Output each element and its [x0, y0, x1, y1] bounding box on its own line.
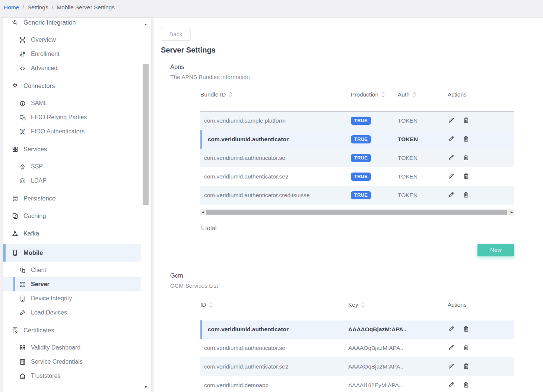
node-tree-icon: [11, 230, 19, 237]
sidebar-item-label: Mobile: [23, 249, 43, 256]
sidebar-item-kafka[interactable]: Kafka: [3, 226, 141, 240]
apns-column-header-production[interactable]: Production: [351, 91, 398, 98]
apns-table-row[interactable]: com.veridiumid.authenticator.creditsuiss…: [200, 186, 514, 205]
gcm-table-row[interactable]: com.veridiumid.authenticator.se2AAAAOqBj…: [200, 357, 514, 376]
person-scan-icon: [19, 128, 26, 135]
gcm-table-row[interactable]: com.veridiumid.demoappAAAAl182EyM:APA..: [200, 376, 514, 392]
delete-button[interactable]: [463, 363, 470, 371]
actions-cell: [444, 325, 514, 333]
column-header-label: Actions: [448, 301, 467, 308]
edit-button[interactable]: [448, 154, 455, 162]
edit-pencil-icon: [448, 135, 455, 143]
sidebar-item-device-integrity[interactable]: Device Integrity: [3, 291, 141, 306]
apns-table-row[interactable]: com.veridiumid.sample.platformTRUETOKEN: [200, 111, 514, 130]
document-lines-icon: [19, 358, 26, 366]
edit-button[interactable]: [448, 191, 455, 199]
sidebar-item-certificates[interactable]: Certificates: [3, 323, 141, 337]
edit-button[interactable]: [448, 325, 455, 333]
sidebar-item-generic-integration[interactable]: Generic Integration: [3, 18, 141, 29]
column-header-label: ID: [200, 301, 206, 308]
apns-column-header-bundle-id[interactable]: Bundle ID: [200, 91, 351, 98]
delete-button[interactable]: [463, 381, 470, 389]
delete-button[interactable]: [463, 154, 470, 162]
column-header-label: Actions: [448, 91, 467, 98]
sidebar-item-load-devices[interactable]: Load Devices: [3, 306, 141, 320]
sidebar-item-truststores[interactable]: Truststores: [3, 369, 141, 383]
bundle-id-cell: com.veridiumid.authenticator.se2: [200, 173, 351, 180]
breadcrumb-home-link[interactable]: Home: [4, 3, 19, 12]
sidebar-item-overview[interactable]: Overview: [3, 33, 141, 47]
code-icon: [19, 64, 26, 72]
edit-pencil-icon: [448, 363, 455, 371]
service-id-cell: com.veridiumid.authenticator: [200, 326, 347, 333]
edit-button[interactable]: [448, 173, 455, 181]
sidebar-item-services[interactable]: Services: [3, 142, 141, 156]
sidebar-item-service-credentials[interactable]: Service Credentials: [3, 355, 141, 369]
production-badge: TRUE: [351, 173, 371, 181]
new-button[interactable]: New: [477, 244, 514, 256]
delete-button[interactable]: [463, 117, 470, 125]
production-badge: TRUE: [351, 117, 371, 125]
edit-pencil-icon: [448, 154, 455, 162]
sidebar-item-mobile[interactable]: Mobile: [3, 244, 141, 262]
row-actions: [448, 325, 514, 333]
sidebar-item-ssp[interactable]: SSP: [3, 159, 141, 174]
edit-button[interactable]: [448, 117, 455, 125]
sidebar-item-connectors[interactable]: Connectors: [3, 79, 141, 93]
edit-button[interactable]: [448, 381, 455, 389]
sidebar-item-fido-relying-parties[interactable]: FIDO Relying Parties: [3, 110, 141, 124]
back-button[interactable]: Back: [161, 28, 191, 41]
sidebar-item-saml[interactable]: SAML: [3, 96, 141, 110]
gcm-table-row[interactable]: com.veridiumid.authenticatorAAAAOqBjazM:…: [200, 320, 514, 339]
breadcrumb-item-settings[interactable]: Settings: [28, 3, 48, 12]
breadcrumb: Home/Settings/Mobile Server Settings: [0, 0, 543, 18]
sidebar-item-enrollment[interactable]: Enrollment: [3, 47, 141, 61]
edit-button[interactable]: [448, 363, 455, 371]
apns-column-header-auth[interactable]: Auth: [398, 91, 444, 98]
scroll-left-icon[interactable]: ◀: [201, 209, 205, 215]
delete-button[interactable]: [463, 344, 470, 352]
gcm-section-title: Gcm: [170, 272, 543, 279]
sidebar-item-fido-authenticators[interactable]: FIDO Authenticators: [3, 124, 141, 139]
dual-phone-icon: [19, 266, 26, 274]
auth-cell: TOKEN: [398, 173, 444, 180]
sidebar-item-persistence[interactable]: Persistence: [3, 191, 141, 205]
sidebar-item-server[interactable]: Server: [3, 277, 141, 291]
delete-button[interactable]: [463, 191, 470, 199]
column-header-label: Key: [348, 301, 358, 308]
delete-button[interactable]: [463, 135, 470, 143]
gcm-section-subtitle: GCM Services List: [170, 282, 543, 289]
scroll-right-icon[interactable]: ▶: [509, 209, 514, 215]
sidebar-item-validity-dashboard[interactable]: Validity Dashboard: [3, 341, 141, 355]
sidebar-item-label: FIDO Relying Parties: [31, 114, 87, 121]
gcm-column-header-id[interactable]: ID: [200, 301, 347, 308]
edit-pencil-icon: [448, 173, 455, 181]
auth-cell: TOKEN: [398, 192, 444, 199]
delete-button[interactable]: [463, 325, 470, 333]
gcm-table: IDKeyActions com.veridiumid.authenticato…: [200, 301, 514, 392]
actions-cell: [444, 135, 514, 143]
active-indicator-bar: [3, 244, 6, 262]
auth-cell: TOKEN: [398, 155, 444, 161]
sidebar-item-label: Services: [23, 146, 47, 153]
apns-table-row[interactable]: com.veridiumid.authenticator.se2TRUETOKE…: [200, 167, 514, 186]
bundle-id-cell: com.veridiumid.authenticator.creditsuiss…: [200, 192, 351, 199]
sidebar-scrollbar-thumb[interactable]: [143, 64, 149, 205]
sidebar-item-ldap[interactable]: LDAP: [3, 174, 141, 188]
edit-button[interactable]: [448, 344, 455, 352]
edit-button[interactable]: [448, 135, 455, 143]
delete-button[interactable]: [463, 173, 470, 181]
sidebar-item-label: Validity Dashboard: [31, 344, 80, 351]
horizontal-scrollbar[interactable]: ◀ ▶: [200, 209, 514, 215]
apns-table-row[interactable]: com.veridiumid.authenticatorTRUETOKEN: [200, 130, 514, 149]
sidebar-item-advanced[interactable]: Advanced: [3, 61, 141, 75]
scroll-up-icon[interactable]: ▲: [143, 22, 149, 26]
scroll-down-icon[interactable]: ▼: [143, 385, 149, 389]
apns-table-row[interactable]: com.veridiumid.authenticator.seTRUETOKEN: [200, 149, 514, 167]
sidebar-item-client[interactable]: Client: [3, 263, 141, 277]
sidebar-scrollbar[interactable]: ▲ ▼: [143, 18, 149, 392]
sidebar-item-caching[interactable]: Caching: [3, 209, 141, 223]
gcm-table-row[interactable]: com.veridiumid.authenticator.seAAAAOqBja…: [200, 339, 514, 357]
gcm-column-header-key[interactable]: Key: [347, 301, 444, 308]
horizontal-scrollbar-thumb[interactable]: [206, 210, 507, 215]
